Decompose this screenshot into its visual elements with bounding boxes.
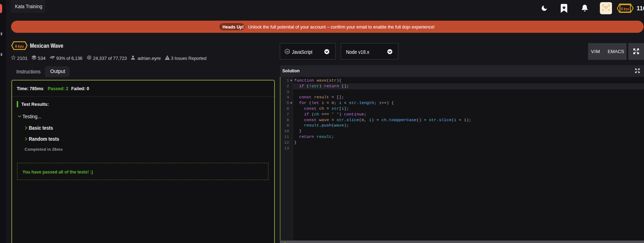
svg-text:6 kyu: 6 kyu [621, 7, 629, 11]
svg-text:6 kyu: 6 kyu [15, 44, 23, 48]
svg-text:JS: JS [286, 51, 288, 53]
